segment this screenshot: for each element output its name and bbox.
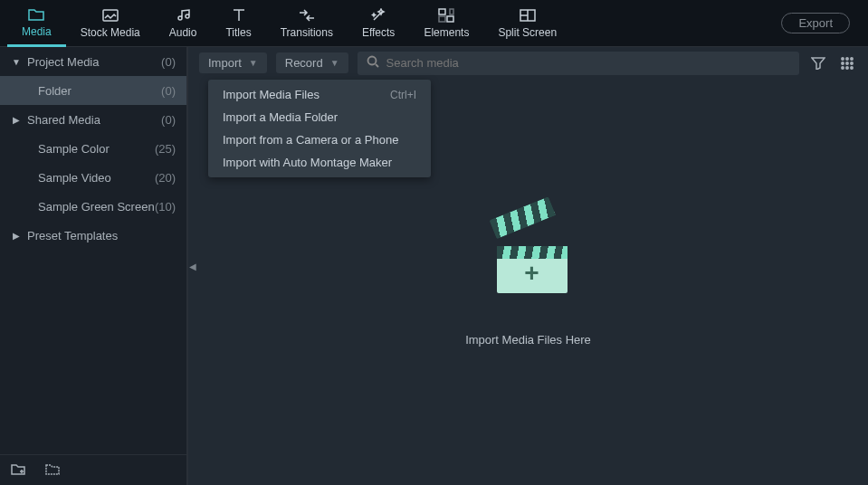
transitions-icon xyxy=(299,7,315,24)
search-icon xyxy=(367,55,379,71)
dropdown-label: Import xyxy=(208,56,242,70)
svg-point-11 xyxy=(842,66,844,68)
tab-stock-media[interactable]: Stock Media xyxy=(66,0,155,47)
svg-rect-1 xyxy=(439,9,445,14)
sidebar-item-label: Folder xyxy=(38,84,161,98)
new-folder-icon[interactable] xyxy=(11,462,25,479)
menu-import-auto-montage[interactable]: Import with Auto Montage Maker xyxy=(208,151,431,174)
menu-import-camera-phone[interactable]: Import from a Camera or a Phone xyxy=(208,128,431,151)
sidebar-footer xyxy=(0,454,186,485)
menu-item-label: Import Media Files xyxy=(223,88,320,101)
record-dropdown[interactable]: Record ▼ xyxy=(276,52,348,73)
content-toolbar: Import ▼ Record ▼ xyxy=(188,47,868,80)
sidebar-list: ▼ Project Media (0) Folder (0) ▶ Shared … xyxy=(0,47,186,454)
sidebar-item-count: (0) xyxy=(161,84,176,98)
chevron-right-icon: ▶ xyxy=(11,115,22,125)
sidebar-item-folder[interactable]: Folder (0) xyxy=(0,76,186,105)
svg-point-6 xyxy=(846,57,848,59)
wand-icon xyxy=(370,7,386,24)
grid-view-icon[interactable] xyxy=(837,53,857,73)
sidebar-item-label: Sample Color xyxy=(38,142,155,156)
menu-item-label: Import with Auto Montage Maker xyxy=(223,156,392,169)
export-button[interactable]: Export xyxy=(781,13,850,33)
search-field[interactable] xyxy=(358,52,799,75)
tab-audio[interactable]: Audio xyxy=(155,0,212,47)
sidebar-item-shared-media[interactable]: ▶ Shared Media (0) xyxy=(0,105,186,134)
sidebar-item-label: Sample Video xyxy=(38,171,155,185)
sidebar-item-sample-color[interactable]: Sample Color (25) xyxy=(0,134,186,163)
image-icon xyxy=(102,7,119,24)
tab-transitions[interactable]: Transitions xyxy=(266,0,348,47)
main-toolbar: Media Stock Media Audio Titles Transitio… xyxy=(0,0,868,47)
menu-item-label: Import a Media Folder xyxy=(223,110,338,124)
menu-import-media-files[interactable]: Import Media Files Ctrl+I xyxy=(208,83,431,106)
folder-icon xyxy=(28,6,44,23)
tab-label: Elements xyxy=(424,26,469,39)
clapperboard-icon: + xyxy=(488,219,569,300)
filter-icon[interactable] xyxy=(808,53,828,73)
tab-split-screen[interactable]: Split Screen xyxy=(483,0,571,47)
sidebar-item-sample-green-screen[interactable]: Sample Green Screen (10) xyxy=(0,192,186,221)
sidebar-item-project-media[interactable]: ▼ Project Media (0) xyxy=(0,47,186,76)
tab-label: Media xyxy=(22,25,52,38)
tab-titles[interactable]: Titles xyxy=(211,0,265,47)
chevron-down-icon: ▼ xyxy=(249,58,258,68)
sidebar-item-count: (20) xyxy=(155,171,176,185)
import-hint-text: Import Media Files Here xyxy=(465,333,591,347)
sidebar-item-label: Shared Media xyxy=(27,113,161,127)
sidebar-item-label: Project Media xyxy=(27,55,161,69)
tab-label: Split Screen xyxy=(498,26,557,39)
svg-rect-2 xyxy=(447,16,453,22)
import-dropdown-menu: Import Media Files Ctrl+I Import a Media… xyxy=(208,80,431,177)
sidebar-item-count: (0) xyxy=(161,55,176,69)
delete-folder-icon[interactable] xyxy=(45,462,60,479)
sidebar-item-sample-video[interactable]: Sample Video (20) xyxy=(0,163,186,192)
main-area: ▼ Project Media (0) Folder (0) ▶ Shared … xyxy=(0,47,868,485)
svg-point-13 xyxy=(851,66,853,68)
tab-label: Effects xyxy=(362,26,395,39)
import-dropdown[interactable]: Import ▼ xyxy=(199,52,267,73)
tab-media[interactable]: Media xyxy=(7,0,66,47)
tab-label: Transitions xyxy=(281,26,333,39)
menu-import-media-folder[interactable]: Import a Media Folder xyxy=(208,106,431,128)
sidebar-item-count: (0) xyxy=(161,113,176,127)
chevron-down-icon: ▼ xyxy=(11,57,22,67)
menu-item-shortcut: Ctrl+I xyxy=(390,89,416,101)
svg-point-8 xyxy=(842,62,844,63)
music-icon xyxy=(175,7,191,24)
menu-item-label: Import from a Camera or a Phone xyxy=(223,133,398,147)
sidebar-item-label: Sample Green Screen xyxy=(38,200,155,214)
shapes-icon xyxy=(438,7,454,24)
text-icon xyxy=(231,7,247,24)
svg-point-5 xyxy=(842,57,844,59)
split-screen-icon xyxy=(520,7,536,24)
svg-point-9 xyxy=(846,62,848,63)
svg-point-4 xyxy=(367,56,376,64)
sidebar-item-label: Preset Templates xyxy=(27,229,176,242)
chevron-right-icon: ▶ xyxy=(11,231,22,241)
sidebar-item-count: (10) xyxy=(155,200,176,214)
svg-point-12 xyxy=(846,66,848,68)
svg-point-7 xyxy=(851,57,853,59)
sidebar-item-count: (25) xyxy=(155,142,176,156)
tab-effects[interactable]: Effects xyxy=(348,0,409,47)
content-panel: ◀ Import ▼ Record ▼ Import Media Files C… xyxy=(187,47,868,485)
tab-elements[interactable]: Elements xyxy=(409,0,483,47)
search-input[interactable] xyxy=(386,56,790,70)
tab-label: Audio xyxy=(169,26,197,39)
svg-point-10 xyxy=(851,62,853,63)
tab-label: Titles xyxy=(225,26,251,39)
sidebar: ▼ Project Media (0) Folder (0) ▶ Shared … xyxy=(0,47,187,485)
chevron-down-icon: ▼ xyxy=(330,58,339,68)
tab-label: Stock Media xyxy=(81,26,140,39)
dropdown-label: Record xyxy=(285,56,323,70)
sidebar-item-preset-templates[interactable]: ▶ Preset Templates xyxy=(0,221,186,250)
